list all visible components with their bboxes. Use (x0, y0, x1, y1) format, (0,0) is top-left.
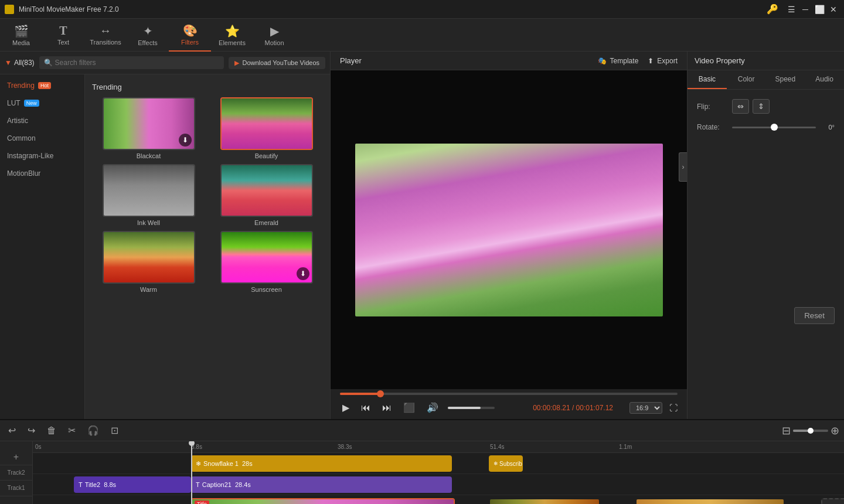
minimize-button[interactable]: ─ (799, 4, 811, 15)
toolbar-elements[interactable]: ⭐ Elements (211, 19, 253, 52)
toolbar-transitions[interactable]: ↔ Transitions (84, 19, 127, 52)
filter-sidebar: Trending Hot LUT New Artistic Common Ins… (0, 74, 85, 419)
undo-button[interactable]: ↩ (5, 423, 19, 438)
beautify-thumb[interactable] (220, 97, 313, 150)
tab-audio[interactable]: Audio (805, 70, 844, 89)
headphones-button[interactable]: 🎧 (84, 423, 103, 438)
filter-blackcat[interactable]: ⬇ Blackcat (92, 97, 205, 159)
timeline-toolbar: ↩ ↪ 🗑 ✂ 🎧 ⊡ ⊟ ⊕ (0, 420, 844, 441)
filter-warm[interactable]: Warm (92, 231, 205, 293)
redo-button[interactable]: ↪ (24, 423, 39, 438)
snowflake-clip[interactable]: ❄ Snowflake 1 28s (191, 455, 452, 472)
elements-icon: ⭐ (225, 24, 240, 38)
toolbar-effects[interactable]: ✦ Effects (127, 19, 169, 52)
toolbar-elements-label: Elements (219, 39, 246, 46)
delete-button[interactable]: 🗑 (43, 423, 60, 438)
subscribe-clip[interactable]: ❄ Subscrib (489, 455, 523, 472)
video-preview (355, 144, 663, 316)
tab-speed[interactable]: Speed (766, 70, 805, 89)
lut-label: LUT (7, 99, 21, 107)
fullscreen-button[interactable]: ⛶ (669, 403, 678, 413)
controls-row: ▶ ⏮ ⏭ ⬛ 🔊 00:00:08.21 / 00:01:07.12 16:9… (340, 400, 678, 416)
sidebar-item-trending[interactable]: Trending Hot (0, 77, 84, 94)
rotate-controls: 0° (732, 124, 835, 131)
zoom-in-button[interactable]: ⊕ (831, 424, 839, 437)
cut-button[interactable]: ✂ (64, 423, 79, 438)
autumn2-video-clip[interactable]: 🔊 + (635, 498, 785, 504)
trending-section-title: Trending (90, 79, 325, 95)
autumn1-clip-thumbnail (490, 499, 599, 504)
stop-button[interactable]: ⬛ (401, 400, 417, 416)
filter-emerald[interactable]: Emerald (210, 164, 323, 226)
flip-horizontal-button[interactable]: ⇔ (732, 99, 749, 114)
title2-clip[interactable]: T Title2 8.8s (74, 476, 191, 493)
panel-content: Trending Hot LUT New Artistic Common Ins… (0, 74, 330, 419)
autumn1-video-clip[interactable]: 🔊 + (489, 498, 600, 504)
export-button[interactable]: ⬆ Export (648, 57, 678, 65)
rotate-label: Rotate: (697, 123, 732, 131)
crop-button[interactable]: ⊡ (107, 423, 122, 438)
search-input[interactable] (55, 59, 219, 67)
search-bar[interactable]: 🔍 (39, 56, 224, 69)
toolbar-text-label: Text (57, 39, 69, 46)
sidebar-item-artistic[interactable]: Artistic (0, 112, 84, 130)
total-time: 00:01:07.12 (576, 404, 613, 412)
filter-inkwell[interactable]: Ink Well (92, 164, 205, 226)
panel-collapse-button[interactable]: › (679, 152, 687, 182)
volume-button[interactable]: 🔊 (424, 400, 441, 416)
reset-button[interactable]: Reset (794, 307, 835, 324)
flip-vertical-button[interactable]: ⇕ (753, 99, 770, 114)
progress-bar[interactable] (340, 393, 678, 395)
toolbar-text[interactable]: T Text (42, 19, 84, 52)
sidebar-item-instagram[interactable]: Instagram-Like (0, 147, 84, 165)
filter-beautify[interactable]: Beautify (210, 97, 323, 159)
filter-sunscreen[interactable]: ⬇ Sunscreen (210, 231, 323, 293)
instagram-label: Instagram-Like (7, 152, 53, 160)
time-mark-38s: 38.3s (338, 444, 352, 450)
inkwell-thumb[interactable] (103, 164, 195, 217)
emerald-thumb[interactable] (220, 164, 313, 217)
zoom-out-button[interactable]: ⊟ (782, 424, 791, 437)
yt-icon: ▶ (234, 59, 239, 67)
tab-basic[interactable]: Basic (688, 70, 727, 89)
maximize-button[interactable]: ⬜ (814, 4, 825, 15)
sunscreen-thumb[interactable]: ⬇ (220, 231, 313, 284)
template-button[interactable]: 🎭 Template (598, 57, 639, 65)
zoom-bar[interactable] (793, 430, 828, 432)
sidebar-item-common[interactable]: Common (0, 130, 84, 147)
warm-thumb[interactable] (103, 231, 195, 284)
blackcat-download-icon[interactable]: ⬇ (179, 134, 192, 147)
toolbar-media[interactable]: 🎬 Media (0, 19, 42, 52)
rotate-slider[interactable] (732, 127, 816, 128)
filter-header: ▼ All(83) 🔍 ▶ Download YouTube Videos (0, 52, 330, 74)
toolbar-filters[interactable]: 🎨 Filters (169, 19, 211, 52)
playhead[interactable] (191, 441, 192, 504)
yt-download-button[interactable]: ▶ Download YouTube Videos (229, 57, 326, 69)
sidebar-item-motionblur[interactable]: MotionBlur (0, 165, 84, 182)
play-button[interactable]: ▶ (340, 400, 352, 416)
close-button[interactable]: ✕ (828, 4, 839, 15)
flip-row: Flip: ⇔ ⇕ (697, 99, 835, 114)
tab-color[interactable]: Color (727, 70, 766, 89)
player-title: Player (340, 56, 362, 65)
blackcat-thumb[interactable]: ⬇ (103, 97, 195, 150)
track2-row: ❄ Snowflake 1 28s ❄ Subscrib (33, 453, 844, 474)
prev-frame-button[interactable]: ⏮ (359, 400, 373, 416)
track2-label-text: Track2 (7, 469, 25, 476)
volume-bar[interactable] (448, 407, 495, 409)
autumn2-clip-thumbnail (637, 499, 784, 504)
title2-label: Title2 (85, 481, 101, 488)
aspect-ratio-select[interactable]: 16:9 9:16 1:1 (629, 402, 662, 414)
flowers-video-clip[interactable]: Title 🔊 + (191, 498, 455, 504)
toolbar-media-label: Media (12, 39, 30, 46)
sunscreen-download-icon[interactable]: ⬇ (297, 267, 309, 280)
toolbar-motion[interactable]: ▶ Motion (253, 19, 295, 52)
sidebar-item-lut[interactable]: LUT New (0, 94, 84, 112)
yt-download-label: Download YouTube Videos (243, 59, 320, 66)
caption21-clip[interactable]: T Caption21 28.4s (191, 476, 452, 493)
add-track-icon[interactable]: + (13, 452, 19, 462)
sunscreen-label: Sunscreen (251, 286, 282, 293)
next-frame-button[interactable]: ⏭ (380, 400, 394, 416)
tracks-area[interactable]: 0s 8.8s 38.3s 51.4s 1.1m ❄ Snowflake 1 2… (33, 441, 844, 504)
menu-button[interactable]: ☰ (785, 4, 797, 15)
